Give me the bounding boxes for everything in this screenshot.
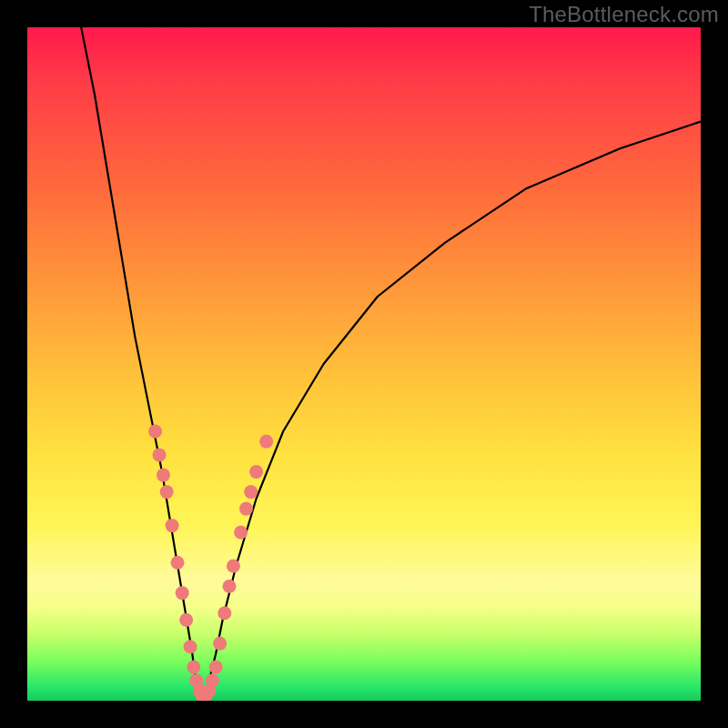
data-marker: [187, 661, 200, 674]
data-marker: [259, 435, 273, 449]
bottleneck-curve: [81, 27, 701, 697]
data-marker: [213, 637, 227, 651]
data-marker: [171, 556, 185, 570]
data-marker: [249, 465, 263, 479]
data-marker: [234, 526, 248, 540]
data-marker: [209, 661, 223, 674]
data-marker: [184, 640, 197, 653]
curve-layer: [27, 27, 701, 701]
data-marker: [206, 673, 219, 687]
plot-area: [27, 27, 701, 701]
data-marker: [157, 469, 170, 482]
data-markers: [148, 425, 273, 702]
data-marker: [179, 613, 193, 627]
data-marker: [166, 519, 179, 532]
chart-frame: TheBottleneck.com: [0, 0, 728, 728]
data-marker: [160, 485, 174, 499]
data-marker: [148, 425, 162, 439]
data-marker: [227, 560, 240, 573]
data-marker: [223, 580, 237, 593]
watermark-text: TheBottleneck.com: [529, 2, 719, 27]
data-marker: [176, 586, 189, 600]
data-marker: [244, 485, 258, 499]
data-marker: [239, 502, 253, 516]
data-marker: [217, 606, 231, 620]
data-marker: [153, 448, 167, 461]
